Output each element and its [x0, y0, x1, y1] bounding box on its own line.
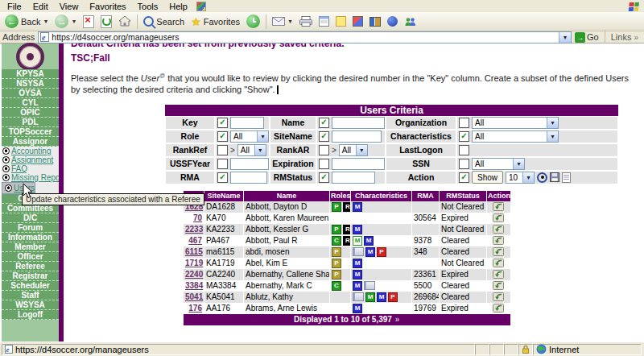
- sidebar-item-opic[interactable]: OPIC: [2, 108, 59, 118]
- role-checkbox[interactable]: ✓: [217, 131, 228, 142]
- row-action-icon[interactable]: [493, 292, 504, 301]
- name-checkbox[interactable]: ✓: [319, 118, 329, 128]
- row-action-icon[interactable]: [493, 269, 504, 279]
- sidebar-item-d-c[interactable]: D/C: [2, 213, 59, 223]
- rankref-checkbox[interactable]: [217, 145, 228, 155]
- sidebar-item-staff[interactable]: Staff: [2, 291, 59, 300]
- action-checkbox[interactable]: ✓: [459, 172, 469, 183]
- rmstatus-input[interactable]: [332, 172, 375, 184]
- sidebar-item-pdl[interactable]: PDL: [2, 118, 59, 127]
- ussfyear-input[interactable]: [230, 158, 269, 170]
- export-icon[interactable]: [562, 172, 571, 183]
- print-button[interactable]: [296, 13, 316, 31]
- ussfyear-checkbox[interactable]: [217, 159, 228, 169]
- home-button[interactable]: [115, 13, 134, 31]
- rmstatus-checkbox[interactable]: ✓: [319, 172, 329, 183]
- sidebar-item-wsysa[interactable]: WSYSA: [2, 300, 59, 310]
- user-key-link[interactable]: 70: [193, 213, 202, 222]
- user-key-link[interactable]: 2233: [185, 225, 203, 234]
- expiration-checkbox[interactable]: [319, 159, 329, 169]
- user-key-link[interactable]: 3384: [185, 281, 203, 290]
- sidebar-item-cyl[interactable]: CYL: [2, 98, 59, 108]
- row-action-icon[interactable]: [493, 213, 504, 222]
- expiration-input[interactable]: [332, 158, 385, 170]
- sidebar-item-topsoccer[interactable]: TOPSoccer: [2, 127, 59, 137]
- sidebar-item-officer[interactable]: Officer: [2, 252, 59, 262]
- key-checkbox[interactable]: ✓: [217, 118, 228, 128]
- menu-file[interactable]: File: [2, 2, 27, 11]
- notes-button[interactable]: [332, 13, 349, 31]
- user-key-link[interactable]: 1719: [185, 259, 203, 267]
- rma-input[interactable]: [230, 172, 267, 184]
- sidebar-item-assignor[interactable]: Assignor: [2, 137, 59, 147]
- menu-help[interactable]: Help: [163, 2, 193, 11]
- history-button[interactable]: [243, 13, 263, 31]
- sidebar-link-faq[interactable]: FAQ: [11, 164, 27, 173]
- characteristics-select[interactable]: All▾: [472, 130, 559, 143]
- row-action-icon[interactable]: [493, 224, 504, 234]
- rankref-select[interactable]: All▾: [237, 144, 266, 156]
- user-key-link[interactable]: 6115: [185, 247, 203, 256]
- rankar-select[interactable]: All▾: [339, 144, 368, 156]
- key-input[interactable]: [230, 117, 264, 129]
- messenger-badge-button[interactable]: [349, 13, 366, 31]
- row-action-icon[interactable]: [493, 201, 504, 211]
- forward-dropdown-arrow[interactable]: ▼: [71, 19, 76, 24]
- user-key-link[interactable]: 5041: [185, 292, 203, 301]
- record-icon[interactable]: [537, 172, 547, 183]
- show-button[interactable]: Show: [472, 171, 503, 184]
- next-page-icon[interactable]: »: [395, 315, 400, 324]
- sidebar-item-referee[interactable]: Referee: [2, 262, 59, 271]
- edit-button[interactable]: [316, 13, 332, 31]
- sidebar-link-accounting[interactable]: Accounting: [11, 147, 51, 155]
- sidebar-item-nsysa[interactable]: NSYSA: [2, 79, 59, 89]
- stop-button[interactable]: ×: [80, 13, 97, 31]
- row-action-icon[interactable]: [493, 303, 504, 313]
- name-input[interactable]: [332, 117, 385, 129]
- address-input[interactable]: e https://d4soccer.org/manageusers ▾: [38, 31, 572, 43]
- organization-select[interactable]: All▾: [472, 117, 559, 129]
- user-key-link[interactable]: 2240: [185, 270, 203, 279]
- sidebar-item-logoff[interactable]: Logoff: [2, 310, 59, 320]
- go-button[interactable]: → Go: [575, 32, 599, 43]
- sidebar-item-scheduler[interactable]: Scheduler: [2, 281, 59, 291]
- search-button[interactable]: Search: [140, 13, 188, 31]
- research-button[interactable]: [366, 13, 384, 31]
- row-action-icon[interactable]: [493, 280, 504, 290]
- row-action-icon[interactable]: [493, 235, 504, 245]
- mail-button[interactable]: ▼: [269, 13, 296, 31]
- ssn-checkbox[interactable]: [459, 159, 469, 169]
- organization-checkbox[interactable]: [459, 118, 469, 128]
- user-key-link[interactable]: 176: [188, 304, 202, 313]
- user-key-link[interactable]: 467: [188, 236, 202, 245]
- forward-button[interactable]: → ▼: [52, 13, 80, 31]
- rma-checkbox[interactable]: ✓: [217, 172, 228, 183]
- sidebar-item-oysa[interactable]: OYSA: [2, 89, 59, 98]
- menu-view[interactable]: View: [54, 2, 85, 11]
- back-button[interactable]: ← Back ▼: [2, 13, 52, 31]
- row-action-icon[interactable]: [493, 246, 504, 256]
- menu-edit[interactable]: Edit: [27, 2, 54, 11]
- sidebar-item-forum[interactable]: Forum: [2, 223, 59, 233]
- lastlogon-checkbox[interactable]: [459, 145, 469, 155]
- address-dropdown[interactable]: ▾: [559, 32, 571, 43]
- back-dropdown-arrow[interactable]: ▼: [43, 19, 48, 24]
- refresh-button[interactable]: [97, 13, 115, 31]
- sidebar-item-kpysa[interactable]: KPYSA: [2, 69, 59, 79]
- rankar-checkbox[interactable]: [319, 145, 329, 155]
- messenger-button[interactable]: [401, 13, 419, 31]
- row-action-icon[interactable]: [493, 258, 504, 267]
- links-menu[interactable]: Links »: [611, 32, 642, 42]
- mail-dropdown-arrow[interactable]: ▼: [287, 19, 293, 24]
- sidebar-link-assignment[interactable]: Assignment: [11, 155, 53, 164]
- favorites-button[interactable]: ★ Favorites: [188, 13, 243, 31]
- sidebar-item-information[interactable]: Information: [2, 233, 59, 242]
- role-select[interactable]: All▾: [230, 130, 269, 143]
- characteristics-checkbox[interactable]: ✓: [459, 131, 469, 142]
- menu-tools[interactable]: Tools: [132, 2, 164, 11]
- sitename-checkbox[interactable]: ✓: [319, 131, 329, 142]
- sidebar-item-member[interactable]: Member: [2, 242, 59, 252]
- menu-favorites[interactable]: Favorites: [84, 2, 131, 11]
- ssn-select[interactable]: All▾: [472, 158, 525, 170]
- page-size-select[interactable]: 10▾: [506, 172, 535, 184]
